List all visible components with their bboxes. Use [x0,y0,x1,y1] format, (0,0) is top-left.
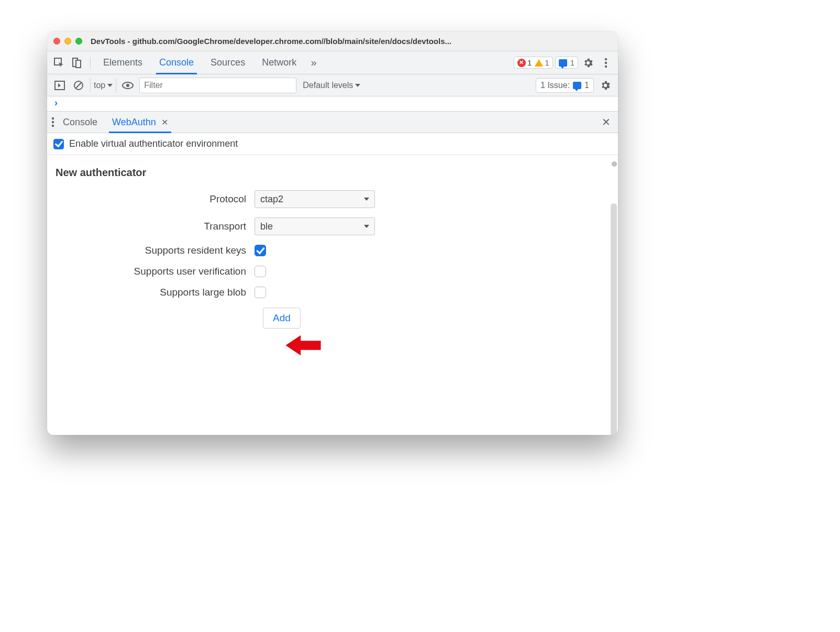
window-titlebar: DevTools - github.com/GoogleChrome/devel… [47,31,618,51]
drawer-tab-console-label: Console [63,117,97,128]
protocol-value: ctap2 [260,194,283,205]
message-icon [559,59,567,67]
error-icon: ✕ [517,59,526,67]
chevron-down-icon [364,198,369,201]
minimize-window-button[interactable] [64,38,71,45]
context-label: top [94,81,105,90]
more-tabs-icon[interactable]: » [306,55,322,71]
maximize-window-button[interactable] [75,38,82,45]
enable-virtual-auth-checkbox[interactable] [53,139,64,149]
transport-label: Transport [56,221,255,232]
drawer-tab-webauthn-label: WebAuthn [112,117,156,128]
tab-network-label: Network [262,57,296,68]
console-sidebar-toggle-icon[interactable] [52,78,67,93]
scrollbar-thumb[interactable] [611,203,617,435]
chevron-down-icon [355,84,360,87]
svg-point-4 [605,61,607,63]
window-title: DevTools - github.com/GoogleChrome/devel… [91,37,612,46]
console-toolbar: top Default levels 1 Issue: 1 [47,74,618,96]
close-tab-icon[interactable]: ✕ [161,117,168,127]
error-warning-badge[interactable]: ✕1 1 [514,57,553,69]
levels-label: Default levels [303,81,353,90]
clear-console-icon[interactable] [71,78,86,93]
tab-sources-label: Sources [211,57,245,68]
messages-badge[interactable]: 1 [555,57,578,69]
drawer-tabbar: Console WebAuthn ✕ ✕ [47,111,618,133]
svg-line-8 [76,83,81,88]
add-button[interactable]: Add [263,308,301,329]
console-settings-icon[interactable] [598,78,613,93]
live-expression-icon[interactable] [120,78,135,93]
close-drawer-icon[interactable]: ✕ [598,116,614,128]
drawer-tab-console[interactable]: Console [57,112,104,133]
user-verification-checkbox[interactable] [255,266,266,277]
transport-select[interactable]: ble [255,217,375,235]
svg-point-11 [52,117,54,119]
enable-virtual-auth-label: Enable virtual authenticator environment [69,138,238,149]
annotation-arrow-icon [283,333,324,358]
log-levels-selector[interactable]: Default levels [303,81,360,90]
issues-badge[interactable]: 1 Issue: 1 [536,78,594,93]
kebab-menu-icon[interactable] [598,55,614,71]
large-blob-checkbox[interactable] [255,287,266,298]
scrollbar-marker [612,161,617,167]
error-count: 1 [527,58,532,67]
drawer-menu-icon[interactable] [51,117,54,127]
console-prompt-icon: › [54,97,58,108]
close-window-button[interactable] [53,38,60,45]
tab-console[interactable]: Console [152,51,201,74]
device-toolbar-icon[interactable] [69,55,85,71]
warning-icon [535,59,543,67]
main-tabbar: Elements Console Sources Network » ✕1 1 … [47,51,618,74]
large-blob-label: Supports large blob [56,287,255,298]
svg-point-13 [52,125,54,127]
tab-elements[interactable]: Elements [96,51,150,74]
protocol-label: Protocol [56,193,255,205]
issues-label: 1 Issue: [540,81,570,90]
settings-icon[interactable] [580,55,596,71]
new-authenticator-form: New authenticator Protocol ctap2 Transpo… [47,155,618,435]
user-verification-label: Supports user verification [56,266,255,277]
svg-point-10 [126,84,129,87]
tab-network[interactable]: Network [255,51,304,74]
console-output-area: › [47,96,618,111]
resident-keys-label: Supports resident keys [56,245,255,256]
context-selector[interactable]: top [90,79,116,92]
transport-value: ble [260,221,273,232]
chevron-down-icon [364,225,369,228]
issues-count: 1 [584,81,589,90]
resident-keys-checkbox[interactable] [255,245,266,256]
svg-rect-2 [76,60,81,68]
svg-point-5 [605,65,607,67]
message-icon [573,82,581,89]
tab-console-label: Console [159,57,194,68]
form-title: New authenticator [56,167,610,179]
chevron-down-icon [107,84,113,87]
svg-point-12 [52,121,54,123]
warning-count: 1 [545,58,549,67]
devtools-window: DevTools - github.com/GoogleChrome/devel… [47,31,618,435]
protocol-select[interactable]: ctap2 [255,190,375,208]
message-count: 1 [570,58,574,67]
inspect-element-icon[interactable] [51,55,67,71]
tab-sources[interactable]: Sources [203,51,252,74]
drawer-tab-webauthn[interactable]: WebAuthn ✕ [106,112,174,133]
enable-virtual-auth-row: Enable virtual authenticator environment [47,133,618,155]
tab-elements-label: Elements [103,57,142,68]
svg-point-3 [605,58,607,60]
filter-input[interactable] [139,78,296,93]
traffic-lights [53,38,82,45]
